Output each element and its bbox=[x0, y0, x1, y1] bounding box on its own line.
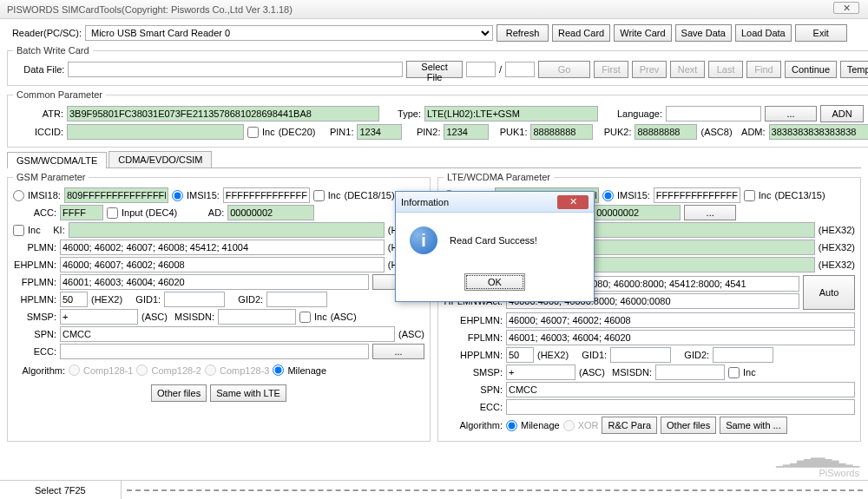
gsm-gid1-input[interactable] bbox=[164, 292, 225, 307]
language-input[interactable] bbox=[666, 106, 761, 121]
batch-index1[interactable] bbox=[466, 62, 496, 77]
reader-select[interactable]: Micro USB Smart Card Reader 0 bbox=[85, 25, 493, 41]
savedata-button[interactable]: Save Data bbox=[675, 24, 732, 42]
lte-gid1-input[interactable] bbox=[610, 347, 671, 363]
adn-button[interactable]: ADN bbox=[820, 105, 864, 122]
writecard-button[interactable]: Write Card bbox=[614, 24, 671, 42]
gsm-ehplmn-input[interactable] bbox=[60, 257, 385, 272]
lte-auto-button[interactable]: Auto bbox=[803, 275, 855, 310]
gsm-otherfiles-button[interactable]: Other files bbox=[151, 384, 207, 402]
gsm-ki-inc-check[interactable] bbox=[13, 225, 24, 236]
lte-spn-input[interactable] bbox=[506, 382, 855, 397]
batch-fieldset: Batch Write Card Data File: Select File … bbox=[7, 45, 868, 86]
lte-imsi15-radio[interactable] bbox=[602, 190, 614, 201]
gsm-imsi18-input[interactable] bbox=[64, 187, 168, 203]
common-fieldset: Common Parameter ATR: Type: Language: ..… bbox=[7, 89, 868, 148]
gsm-imsi18-radio[interactable] bbox=[13, 190, 24, 201]
window-close-icon[interactable]: ✕ bbox=[833, 2, 859, 14]
prev-button[interactable]: Prev bbox=[632, 61, 667, 78]
gsm-inc-check[interactable] bbox=[313, 190, 325, 201]
gsm-ecc-input[interactable] bbox=[60, 344, 369, 359]
atr-input[interactable] bbox=[67, 106, 379, 121]
gsm-acc-input[interactable] bbox=[60, 205, 103, 220]
gsm-fplmn-input[interactable] bbox=[60, 274, 369, 290]
info-dialog: Information ✕ i Read Card Success! OK bbox=[395, 191, 595, 302]
dialog-titlebar[interactable]: Information ✕ bbox=[396, 192, 594, 213]
puk1-input[interactable] bbox=[530, 124, 593, 140]
continue-button[interactable]: Continue bbox=[785, 61, 837, 78]
gsm-gid2-input[interactable] bbox=[266, 292, 327, 307]
status-text: Select 7F25 bbox=[0, 481, 122, 499]
exit-button[interactable]: Exit bbox=[795, 24, 847, 42]
tab-bar: GSM/WCDMA/LTE CDMA/EVDO/CSIM bbox=[7, 151, 861, 168]
status-bar: Select 7F25 bbox=[0, 480, 868, 499]
iccid-input[interactable] bbox=[67, 124, 244, 140]
selectfile-button[interactable]: Select File bbox=[406, 61, 463, 78]
gsm-milenage-radio[interactable] bbox=[273, 364, 284, 376]
dialog-close-icon[interactable]: ✕ bbox=[557, 195, 589, 209]
go-button[interactable]: Go bbox=[538, 61, 590, 78]
puk2-input[interactable] bbox=[635, 124, 697, 140]
lte-fplmn-input[interactable] bbox=[506, 330, 855, 345]
lang-more-button[interactable]: ... bbox=[765, 106, 817, 121]
lte-smsp-input[interactable] bbox=[506, 364, 575, 380]
lte-milenage-radio[interactable] bbox=[506, 420, 517, 431]
lte-msisdn-input[interactable] bbox=[655, 364, 725, 380]
lte-ad-input[interactable] bbox=[594, 205, 681, 220]
find-button[interactable]: Find bbox=[746, 61, 781, 78]
gsm-input-check[interactable] bbox=[107, 207, 118, 219]
tab-cdma[interactable]: CDMA/EVDO/CSIM bbox=[108, 151, 212, 167]
type-input[interactable] bbox=[424, 106, 598, 121]
gsm-plmn-input[interactable] bbox=[60, 240, 385, 255]
gsm-ki-input[interactable] bbox=[69, 222, 385, 238]
readcard-button[interactable]: Read Card bbox=[552, 24, 610, 42]
lte-hpplmn-input[interactable] bbox=[506, 347, 534, 363]
gsm-fieldset: GSM Parameter IMSI18: IMSI15: Inc (DEC18… bbox=[7, 172, 431, 442]
reader-label: Reader(PC/SC): bbox=[7, 28, 82, 38]
lte-gid2-input[interactable] bbox=[713, 347, 773, 363]
gsm-msisdn-input[interactable] bbox=[218, 309, 296, 325]
lte-ad-more[interactable]: ... bbox=[684, 205, 736, 220]
datafile-input[interactable] bbox=[68, 62, 403, 77]
lte-otherfiles-button[interactable]: Other files bbox=[661, 417, 716, 434]
gsm-imsi15-input[interactable] bbox=[223, 187, 310, 203]
iccid-inc-check[interactable] bbox=[247, 127, 259, 138]
template-button[interactable]: Template bbox=[840, 61, 868, 78]
dialog-ok-button[interactable]: OK bbox=[464, 273, 525, 291]
lte-msisdn-inc[interactable] bbox=[728, 367, 740, 378]
lte-imsi15-input[interactable] bbox=[654, 187, 740, 203]
lte-inc-check[interactable] bbox=[744, 190, 755, 201]
first-button[interactable]: First bbox=[594, 61, 628, 78]
lte-ehplmn-input[interactable] bbox=[506, 312, 855, 328]
gsm-smsp-input[interactable] bbox=[60, 309, 138, 325]
dialog-message: Read Card Success! bbox=[450, 235, 537, 246]
refresh-button[interactable]: Refresh bbox=[496, 24, 549, 42]
titlebar: PISWORDS SIMCardTools(Copyright: Pisword… bbox=[0, 0, 868, 19]
loaddata-button[interactable]: Load Data bbox=[735, 24, 792, 42]
lte-ecc-input[interactable] bbox=[506, 399, 855, 415]
next-button[interactable]: Next bbox=[670, 61, 705, 78]
lte-samewith-button[interactable]: Same with ... bbox=[720, 417, 787, 434]
gsm-samewithlte-button[interactable]: Same with LTE bbox=[210, 384, 286, 402]
gsm-hplmn-input[interactable] bbox=[60, 292, 88, 307]
batch-index2[interactable] bbox=[505, 62, 535, 77]
pin1-input[interactable] bbox=[357, 124, 402, 140]
app-title: PISWORDS SIMCardTools(Copyright: Pisword… bbox=[7, 4, 293, 15]
gsm-spn-input[interactable] bbox=[60, 326, 395, 342]
info-icon: i bbox=[410, 227, 437, 254]
tab-gsm[interactable]: GSM/WCDMA/LTE bbox=[7, 152, 107, 168]
pin2-input[interactable] bbox=[444, 124, 489, 140]
last-button[interactable]: Last bbox=[708, 61, 743, 78]
gsm-ecc-more[interactable]: ... bbox=[372, 344, 424, 359]
lte-rcpara-button[interactable]: R&C Para bbox=[602, 417, 657, 434]
watermark: ▁▂▃▅▆▇▇▆▅▃▂▁ PiSwords bbox=[776, 456, 859, 478]
adm-input[interactable] bbox=[769, 124, 868, 140]
gsm-ad-input[interactable] bbox=[227, 205, 314, 220]
gsm-msisdn-inc-check[interactable] bbox=[299, 312, 311, 323]
gsm-imsi15-radio[interactable] bbox=[172, 190, 183, 201]
